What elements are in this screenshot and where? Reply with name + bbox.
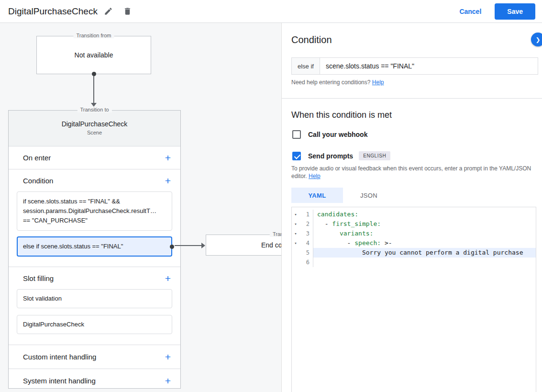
add-condition-button[interactable]: + [165,176,171,186]
condition-row: Condition + [9,169,180,191]
section-condition: Condition + if scene.slots.status == "FI… [9,169,180,267]
cancel-button[interactable]: Cancel [452,4,489,19]
gutter: ▾1 [292,210,313,219]
condition-expression-input[interactable] [320,58,538,74]
edit-title-button[interactable] [100,3,117,20]
trash-icon [123,7,132,16]
section-on-enter: On enter + [9,146,180,169]
scene-node-title: DigitalPurchaseCheck [9,120,180,128]
connector-dot[interactable] [92,72,96,76]
scene-node-header[interactable]: DigitalPurchaseCheck Scene [9,111,180,146]
code-line-2: ▾2 - first_simple: [292,219,536,229]
code-text: - speech: >- [313,238,536,248]
condition-met-heading: When this condition is met [291,110,392,120]
transition-from-value: Not available [75,51,113,59]
condition-item-2-selected[interactable]: else if scene.slots.status == "FINAL" [17,236,172,257]
on-enter-row: On enter + [9,146,180,169]
call-webhook-label: Call your webhook [308,131,367,138]
code-line-5: 5 Sorry you cannot perform a digital pur… [292,248,536,258]
code-text: - first_simple: [313,219,536,229]
prompt-hint: To provide audio or visual feedback when… [291,165,538,180]
arrow-down-icon [91,103,97,107]
slot-item-2-text: DigitalPurchaseCheck [23,320,84,329]
code-text: Sorry you cannot perform a digital purch… [313,248,536,258]
code-line-3: ▾3 variants: [292,229,536,238]
code-line-1: ▾1 candidates: [292,210,536,219]
fold-toggle-icon[interactable]: ▾ [292,219,299,229]
collapse-panel-button[interactable]: ❯ [531,33,542,46]
section-padding [9,340,180,345]
tab-yaml[interactable]: YAML [291,188,343,203]
prompt-hint-help-link[interactable]: Help [309,173,321,179]
connector-dot[interactable] [170,245,174,249]
else-if-prefix: else if [292,58,320,74]
slot-item-1[interactable]: Slot validation [17,289,172,308]
line-number: 2 [299,219,313,229]
line-number: 4 [299,238,313,248]
custom-intent-row: Custom intent handling + [9,345,180,369]
fold-toggle-icon[interactable]: ▾ [292,229,299,238]
condition-item-1[interactable]: if scene.slots.status == "FINAL" && sess… [17,191,172,231]
code-line-6: 6 [292,258,536,267]
yaml-code-editor[interactable]: ▾1 candidates: ▾2 - first_simple: ▾3 var… [291,207,536,392]
condition-editor-panel: Condition ❯ else if Need help entering c… [281,23,542,392]
transition-to-label: Transition to [77,107,111,112]
line-number: 1 [299,210,313,219]
system-intent-label: System intent handling [23,377,96,385]
custom-intent-label: Custom intent handling [23,353,96,361]
add-custom-intent-button[interactable]: + [165,352,171,362]
pencil-icon [104,7,113,16]
gutter: ▾3 [292,229,313,238]
slot-filling-label: Slot filling [23,274,54,282]
transition-from-label: Transition from [74,33,114,38]
gutter: 5 [292,248,313,258]
panel-title: Condition [291,34,332,45]
call-webhook-checkbox[interactable] [292,130,301,139]
line-number: 5 [299,248,313,258]
scene-node: Transition to DigitalPurchaseCheck Scene… [8,110,181,389]
line-number: 3 [299,229,313,238]
condition-help-line: Need help entering conditions? Help [291,79,384,86]
gutter: ▾4 [292,238,313,248]
add-on-enter-button[interactable]: + [165,153,171,163]
scene-node-subtitle: Scene [9,130,180,135]
slot-filling-row: Slot filling + [9,267,180,289]
slot-item-1-text: Slot validation [23,294,62,303]
code-line-4: ▾4 - speech: >- [292,238,536,248]
page-title: DigitalPurchaseCheck [8,6,98,17]
fold-toggle-icon[interactable]: ▾ [292,238,299,248]
connector-line [93,76,94,103]
send-prompts-checkbox[interactable] [292,152,301,160]
save-button[interactable]: Save [495,3,535,20]
send-prompts-check-row: Send prompts ENGLISH [292,151,390,160]
send-prompts-label: Send prompts [308,152,353,160]
gutter: ▾2 [292,219,313,229]
add-system-intent-button[interactable]: + [165,376,171,386]
system-intent-row: System intent handling + [9,369,180,392]
connector-line [175,245,201,246]
webhook-check-row: Call your webhook [292,130,367,139]
divider [282,98,542,99]
code-text: variants: [313,229,536,238]
help-text: Need help entering conditions? [291,79,372,86]
on-enter-label: On enter [23,154,51,162]
delete-scene-button[interactable] [120,3,136,20]
line-number: 6 [299,258,313,267]
fold-toggle-icon[interactable]: ▾ [292,210,299,219]
condition-help-link[interactable]: Help [372,79,384,86]
section-system-intent: System intent handling + [9,369,180,392]
add-slot-button[interactable]: + [165,273,171,283]
top-bar: DigitalPurchaseCheck Cancel Save [0,0,542,23]
code-text [313,258,536,267]
section-custom-intent: Custom intent handling + [9,345,180,369]
condition-item-1-text: if scene.slots.status == "FINAL" && sess… [23,198,156,224]
condition-expression-row: else if [291,57,538,75]
slot-item-2[interactable]: DigitalPurchaseCheck [17,315,172,334]
transition-from-node[interactable]: Transition from Not available [36,36,151,74]
editor-tabs: YAML JSON [291,188,395,203]
condition-item-2-text: else if scene.slots.status == "FINAL" [23,243,123,250]
prompt-hint-text: To provide audio or visual feedback when… [291,165,531,179]
tab-json[interactable]: JSON [343,188,395,203]
section-padding [9,262,180,267]
condition-label: Condition [23,177,53,185]
